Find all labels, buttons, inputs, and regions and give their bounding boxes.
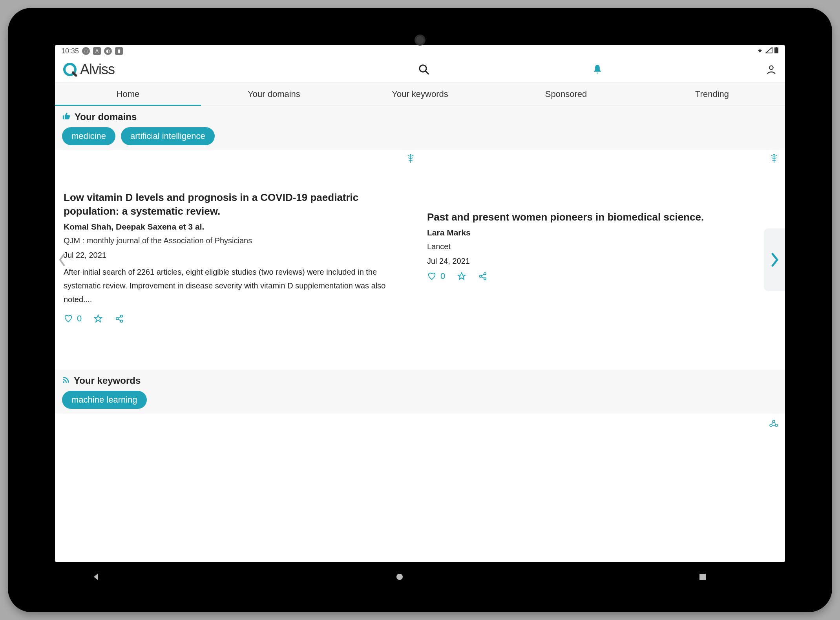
article-journal: Lancet — [427, 242, 776, 251]
nav-recents-button[interactable] — [695, 569, 710, 585]
star-button[interactable] — [457, 272, 466, 281]
status-app-icon-4: ▮ — [115, 47, 123, 55]
nav-home-button[interactable] — [392, 569, 407, 585]
carousel-next-button[interactable] — [764, 228, 785, 291]
tablet-camera — [415, 35, 425, 46]
caduceus-icon — [770, 154, 778, 165]
article-abstract: After initial search of 2261 articles, e… — [64, 265, 413, 306]
screen: 10:35 ◌ A ◐ ▮ — [55, 45, 785, 562]
battery-icon — [774, 47, 779, 56]
svg-line-22 — [772, 422, 773, 425]
svg-point-13 — [484, 273, 486, 275]
svg-point-18 — [63, 381, 64, 383]
tab-sponsored[interactable]: Sponsored — [493, 82, 639, 106]
share-button[interactable] — [478, 272, 488, 281]
status-right — [756, 47, 779, 56]
svg-line-23 — [774, 422, 776, 425]
heart-icon — [427, 272, 436, 281]
svg-line-16 — [482, 274, 484, 276]
domains-section-header: Your domains medicine artificial intelli… — [55, 106, 785, 150]
tablet-frame: 10:35 ◌ A ◐ ▮ — [8, 8, 832, 612]
svg-line-10 — [118, 317, 121, 318]
status-left: 10:35 ◌ A ◐ ▮ — [61, 47, 123, 55]
svg-rect-26 — [699, 574, 706, 580]
chip-machine-learning[interactable]: machine learning — [62, 391, 147, 409]
status-app-icon-3: ◐ — [104, 47, 112, 55]
svg-point-7 — [121, 315, 123, 317]
tab-trending[interactable]: Trending — [639, 82, 785, 106]
svg-line-17 — [482, 277, 484, 278]
article-card[interactable]: Low vitamin D levels and prognosis in a … — [57, 150, 420, 370]
domain-chips: medicine artificial intelligence — [62, 127, 778, 145]
nav-back-button[interactable] — [88, 569, 104, 585]
search-icon[interactable] — [418, 64, 430, 75]
like-button[interactable]: 0 — [64, 314, 82, 324]
profile-icon[interactable] — [765, 64, 777, 75]
svg-rect-1 — [776, 47, 777, 47]
star-button[interactable] — [93, 314, 103, 323]
article-journal: QJM : monthly journal of the Association… — [64, 236, 413, 245]
svg-point-5 — [769, 66, 773, 69]
tab-home[interactable]: Home — [55, 82, 201, 106]
status-bar: 10:35 ◌ A ◐ ▮ — [55, 45, 785, 57]
chip-artificial-intelligence[interactable]: artificial intelligence — [121, 127, 215, 145]
article-authors: Lara Marks — [427, 228, 776, 237]
content: Your domains medicine artificial intelli… — [55, 106, 785, 562]
svg-point-25 — [396, 574, 403, 580]
share-button[interactable] — [115, 314, 124, 323]
network-icon — [769, 418, 779, 430]
app-header: Alviss — [55, 57, 785, 82]
brand-logo-icon — [63, 62, 77, 77]
keywords-cards-row — [55, 414, 785, 469]
keyword-chips: machine learning — [62, 391, 778, 409]
like-count: 0 — [77, 314, 82, 324]
tabs: Home Your domains Your keywords Sponsore… — [55, 82, 785, 106]
status-time: 10:35 — [61, 47, 79, 55]
heart-icon — [64, 314, 73, 323]
svg-point-15 — [484, 278, 486, 280]
svg-rect-0 — [774, 47, 778, 53]
carousel-prev-button[interactable] — [55, 248, 69, 272]
android-nav-bar — [55, 565, 785, 589]
status-app-icon-1: ◌ — [82, 47, 90, 55]
svg-point-8 — [116, 317, 119, 320]
thumbs-up-icon — [62, 112, 71, 122]
wifi-icon — [756, 47, 764, 55]
keywords-section-header: Your keywords machine learning — [55, 370, 785, 414]
rss-icon — [62, 376, 70, 385]
brand[interactable]: Alviss — [63, 61, 115, 78]
cards-row: Low vitamin D levels and prognosis in a … — [55, 150, 785, 370]
article-actions: 0 — [64, 314, 413, 324]
keywords-title: Your keywords — [74, 375, 141, 386]
tab-your-keywords[interactable]: Your keywords — [347, 82, 493, 106]
svg-point-12 — [773, 154, 775, 155]
svg-line-11 — [118, 319, 121, 321]
article-date: Jul 22, 2021 — [64, 251, 413, 260]
like-button[interactable]: 0 — [427, 271, 445, 281]
caduceus-icon — [407, 154, 415, 165]
article-authors: Komal Shah, Deepak Saxena et 3 al. — [64, 222, 413, 232]
domains-title: Your domains — [75, 111, 137, 122]
article-actions: 0 — [427, 271, 776, 281]
chip-medicine[interactable]: medicine — [62, 127, 115, 145]
status-app-icon-2: A — [93, 47, 101, 55]
article-title: Low vitamin D levels and prognosis in a … — [64, 191, 413, 218]
svg-point-9 — [121, 320, 123, 323]
like-count: 0 — [440, 271, 445, 281]
article-card[interactable]: Past and present women pioneers in biome… — [420, 150, 783, 370]
svg-point-14 — [480, 275, 482, 277]
svg-line-4 — [425, 71, 428, 74]
tab-your-domains[interactable]: Your domains — [201, 82, 347, 106]
brand-name: Alviss — [80, 61, 115, 78]
article-date: Jul 24, 2021 — [427, 257, 776, 266]
article-title: Past and present women pioneers in biome… — [427, 210, 776, 224]
signal-icon — [765, 47, 772, 55]
notifications-icon[interactable] — [592, 64, 603, 75]
svg-point-6 — [410, 154, 411, 155]
